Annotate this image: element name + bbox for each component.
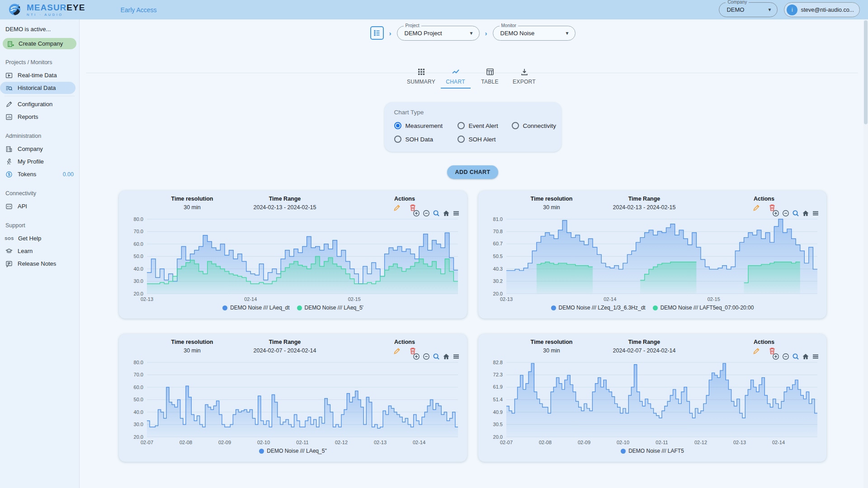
radio-icon — [512, 122, 519, 129]
time-range-value: 2024-02-13 - 2024-02-15 — [235, 204, 335, 211]
sidebar-item-label: Tokens — [18, 171, 36, 178]
svg-text:72.3: 72.3 — [493, 372, 503, 377]
company-select[interactable]: Company DEMO ▼ — [719, 2, 778, 17]
my-profile-icon — [5, 158, 13, 165]
page-scrollbar[interactable] — [863, 19, 868, 488]
edit-chart-button[interactable] — [393, 347, 401, 357]
svg-text:02-14: 02-14 — [772, 440, 785, 445]
svg-text:02-11: 02-11 — [656, 440, 668, 445]
brand-subtitle: NTI · AUDIO — [27, 13, 85, 17]
sidebar-divider — [5, 96, 75, 96]
sidebar-item-label: Real-time Data — [18, 72, 57, 79]
user-email: steve@nti-audio.co... — [801, 7, 854, 13]
add-chart-button[interactable]: ADD CHART — [447, 165, 499, 179]
chart-plot[interactable]: 20.030.240.350.560.770.881.002-1302-1402… — [478, 216, 826, 304]
sidebar-item-reports[interactable]: Reports — [0, 111, 79, 123]
sos-icon: SOS — [5, 236, 13, 241]
radio-label: SOH Data — [406, 136, 434, 143]
svg-text:02-10: 02-10 — [617, 440, 629, 445]
svg-text:60.0: 60.0 — [134, 241, 143, 247]
scrollbar-thumb[interactable] — [864, 20, 868, 124]
tab-summary[interactable]: SUMMARY — [406, 65, 436, 89]
legend-dot — [551, 305, 556, 310]
edit-chart-button[interactable] — [753, 347, 760, 357]
monitor-select[interactable]: Monitor DEMO Noise ▼ — [493, 26, 576, 41]
chart-legend: DEMO Noise /// LAeq_5" — [119, 448, 467, 454]
company-icon — [5, 145, 13, 153]
radio-icon — [394, 136, 401, 143]
chart-plot[interactable]: 20.030.540.951.461.972.382.802-0702-0802… — [478, 359, 826, 447]
legend-item[interactable]: DEMO Noise /// LAeq_5' — [297, 305, 363, 311]
chevron-right-icon: › — [485, 29, 487, 37]
tab-label: TABLE — [481, 79, 499, 85]
tab-label: EXPORT — [513, 79, 536, 85]
radio-event-alert[interactable]: Event Alert — [458, 122, 512, 129]
sidebar-item-get-help[interactable]: SOS Get Help — [0, 232, 79, 244]
time-resolution-block: Time resolution30 min — [502, 339, 601, 354]
time-resolution-value: 30 min — [142, 204, 242, 211]
export-download-icon — [520, 68, 528, 76]
svg-text:20.0: 20.0 — [134, 291, 143, 296]
sidebar-item-label: Release Notes — [18, 260, 56, 267]
radio-soh-data[interactable]: SOH Data — [394, 136, 458, 143]
release-notes-icon — [5, 260, 13, 267]
sidebar-item-tokens[interactable]: Tokens 0.00 — [0, 168, 79, 180]
chart-plot[interactable]: 20.030.040.050.060.070.080.002-0702-0802… — [119, 359, 467, 447]
measureye-logo-icon — [8, 3, 22, 17]
actions-label: Actions — [377, 339, 432, 345]
radio-soh-alert[interactable]: SOH Alert — [458, 136, 512, 143]
chart-plot[interactable]: 20.030.040.050.060.070.080.002-1302-1402… — [119, 216, 467, 304]
svg-text:02-15: 02-15 — [348, 296, 361, 302]
svg-text:20.0: 20.0 — [134, 434, 143, 440]
tab-table[interactable]: TABLE — [475, 65, 505, 89]
create-company-button[interactable]: Create Company — [3, 38, 76, 49]
legend-item[interactable]: DEMO Noise /// LZeq_1/3_6.3Hz_dt — [551, 305, 646, 311]
realtime-data-icon — [5, 72, 13, 79]
main-content: › Project DEMO Project ▼ › Monitor DEMO … — [80, 19, 868, 488]
svg-text:02-09: 02-09 — [218, 440, 231, 445]
sidebar-item-label: API — [18, 203, 27, 210]
radio-measurement[interactable]: Measurement — [394, 122, 458, 129]
sidebar-item-realtime-data[interactable]: Real-time Data — [0, 69, 79, 81]
time-resolution-block: Time resolution30 min — [142, 196, 242, 211]
svg-text:82.8: 82.8 — [493, 360, 503, 365]
sidebar-item-api[interactable]: API — [0, 200, 79, 212]
section-connectivity: Connectivity — [0, 190, 79, 197]
sidebar-item-learn[interactable]: Learn — [0, 245, 79, 257]
radio-connectivity[interactable]: Connectivity — [512, 122, 557, 129]
sidebar-item-release-notes[interactable]: Release Notes — [0, 258, 79, 270]
project-monitor-breadcrumb: › Project DEMO Project ▼ › Monitor DEMO … — [370, 25, 576, 41]
tab-chart[interactable]: CHART — [441, 65, 471, 89]
project-select[interactable]: Project DEMO Project ▼ — [397, 26, 480, 41]
time-resolution-label: Time resolution — [142, 196, 242, 202]
svg-text:51.4: 51.4 — [493, 397, 503, 402]
chevron-down-icon: ▼ — [767, 7, 772, 12]
time-range-block: Time Range2024-02-13 - 2024-02-15 — [594, 196, 694, 211]
learn-icon — [5, 248, 13, 255]
svg-text:30.0: 30.0 — [134, 422, 143, 427]
edit-chart-button[interactable] — [753, 204, 760, 213]
tab-export[interactable]: EXPORT — [509, 65, 539, 89]
legend-item[interactable]: DEMO Noise /// LAFT5eq_07:00-20:00 — [653, 305, 754, 311]
time-resolution-label: Time resolution — [502, 196, 601, 202]
legend-label: DEMO Noise /// LAeq_5" — [267, 448, 326, 454]
user-account-chip[interactable]: i steve@nti-audio.co... — [784, 2, 860, 17]
sidebar-item-my-profile[interactable]: My Profile — [0, 155, 79, 168]
legend-item[interactable]: DEMO Noise /// LAeq_dt — [222, 305, 289, 311]
legend-label: DEMO Noise /// LZeq_1/3_6.3Hz_dt — [559, 305, 646, 311]
svg-text:02-12: 02-12 — [335, 440, 348, 445]
chart-legend: DEMO Noise /// LAFT5 — [478, 448, 826, 454]
tokens-icon — [5, 171, 13, 178]
time-range-value: 2024-02-07 - 2024-02-14 — [235, 347, 335, 354]
sidebar-item-company[interactable]: Company — [0, 143, 79, 155]
sidebar-item-configuration[interactable]: Configuration — [0, 98, 79, 110]
section-projects-monitors: Projects / Monitors — [0, 59, 79, 66]
legend-item[interactable]: DEMO Noise /// LAFT5 — [621, 448, 684, 454]
section-support: Support — [0, 222, 79, 229]
edit-chart-button[interactable] — [393, 204, 401, 213]
project-list-button[interactable] — [370, 26, 384, 40]
sidebar-item-historical-data[interactable]: Historical Data — [0, 82, 75, 94]
svg-text:02-15: 02-15 — [708, 296, 720, 302]
radio-label: Connectivity — [523, 122, 557, 129]
legend-item[interactable]: DEMO Noise /// LAeq_5" — [259, 448, 326, 454]
